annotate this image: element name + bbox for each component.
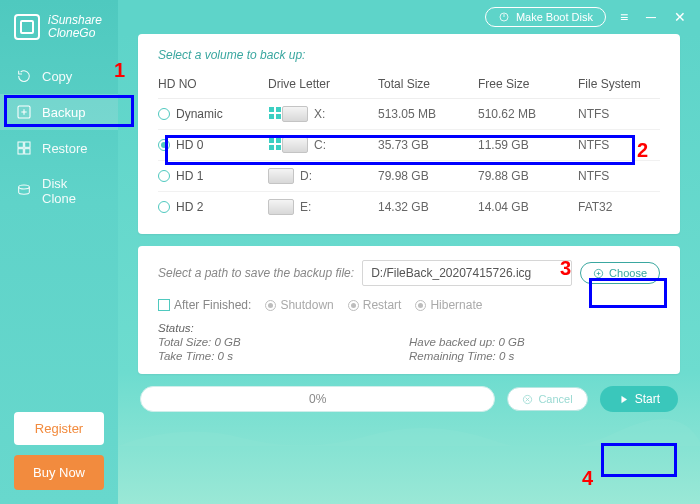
radio-icon[interactable] [158, 201, 170, 213]
col-total: Total Size [378, 77, 478, 91]
svg-rect-1 [18, 142, 23, 147]
fs: NTFS [578, 138, 660, 152]
drive-letter: E: [300, 200, 311, 214]
make-boot-label: Make Boot Disk [516, 11, 593, 23]
col-hd: HD NO [158, 77, 268, 91]
volumes-header: HD NO Drive Letter Total Size Free Size … [158, 70, 660, 99]
drive-icon [282, 106, 308, 122]
drive-icon [268, 199, 294, 215]
opt-restart[interactable]: Restart [348, 298, 402, 312]
svg-rect-4 [25, 149, 30, 154]
opt-restart-label: Restart [363, 298, 402, 312]
svg-rect-2 [25, 142, 30, 147]
volumes-table: HD NO Drive Letter Total Size Free Size … [158, 70, 660, 222]
drive-icon [282, 137, 308, 153]
play-icon [618, 394, 629, 405]
start-label: Start [635, 392, 660, 406]
choose-button[interactable]: Choose [580, 262, 660, 284]
hd-name: Dynamic [176, 107, 223, 121]
main: Make Boot Disk ≡ ─ ✕ Select a volume to … [118, 0, 700, 504]
table-row[interactable]: HD 1D:79.98 GB79.88 GBNTFS [158, 161, 660, 192]
sidebar: iSunshare CloneGo Copy Backup Restore Di… [0, 0, 118, 504]
menu-icon[interactable]: ≡ [616, 7, 632, 27]
radio-icon[interactable] [158, 170, 170, 182]
path-panel: Select a path to save the backup file: C… [138, 246, 680, 374]
sidebar-item-copy[interactable]: Copy [0, 58, 118, 94]
logo-icon [14, 14, 40, 40]
path-label: Select a path to save the backup file: [158, 266, 354, 280]
bottom-bar: 0% Cancel Start [138, 386, 680, 412]
start-button[interactable]: Start [600, 386, 678, 412]
app-name-line2: CloneGo [48, 26, 95, 40]
backup-icon [16, 104, 32, 120]
status-total: Total Size: 0 GB [158, 336, 409, 348]
radio-icon[interactable] [158, 108, 170, 120]
total-size: 35.73 GB [378, 138, 478, 152]
hd-name: HD 2 [176, 200, 203, 214]
free-size: 14.04 GB [478, 200, 578, 214]
register-button[interactable]: Register [14, 412, 104, 445]
opt-hibernate[interactable]: Hibernate [415, 298, 482, 312]
table-row[interactable]: DynamicX:513.05 MB510.62 MBNTFS [158, 99, 660, 130]
table-row[interactable]: HD 2E:14.32 GB14.04 GBFAT32 [158, 192, 660, 222]
backup-path-input[interactable] [362, 260, 572, 286]
app-name-line1: iSunshare [48, 13, 102, 27]
cancel-button[interactable]: Cancel [507, 387, 587, 411]
hd-name: HD 1 [176, 169, 203, 183]
cancel-label: Cancel [538, 393, 572, 405]
table-row[interactable]: HD 0C:35.73 GB11.59 GBNTFS [158, 130, 660, 161]
progress-bar: 0% [140, 386, 495, 412]
sidebar-item-backup[interactable]: Backup [0, 94, 118, 130]
power-icon [498, 11, 510, 23]
content: Select a volume to back up: HD NO Drive … [118, 34, 700, 504]
status-remaining: Remaining Time: 0 s [409, 350, 660, 362]
volumes-title: Select a volume to back up: [158, 48, 660, 62]
opt-shutdown[interactable]: Shutdown [265, 298, 333, 312]
col-letter: Drive Letter [268, 77, 378, 91]
path-row: Select a path to save the backup file: C… [158, 260, 660, 286]
svg-point-5 [19, 185, 30, 189]
sidebar-item-disk-clone[interactable]: Disk Clone [0, 166, 118, 216]
free-size: 11.59 GB [478, 138, 578, 152]
col-fs: File System [578, 77, 660, 91]
disk-clone-icon [16, 183, 32, 199]
nav: Copy Backup Restore Disk Clone [0, 58, 118, 216]
app-name: iSunshare CloneGo [48, 14, 102, 40]
sidebar-item-restore[interactable]: Restore [0, 130, 118, 166]
fs: NTFS [578, 107, 660, 121]
sidebar-item-label: Disk Clone [42, 176, 102, 206]
drive-icon [268, 168, 294, 184]
status-header: Status: [158, 322, 660, 334]
free-size: 510.62 MB [478, 107, 578, 121]
after-finished-row: After Finished: Shutdown Restart Hiberna… [158, 298, 660, 312]
opt-hibernate-label: Hibernate [430, 298, 482, 312]
volumes-panel: Select a volume to back up: HD NO Drive … [138, 34, 680, 234]
hd-name: HD 0 [176, 138, 203, 152]
fs: NTFS [578, 169, 660, 183]
titlebar: Make Boot Disk ≡ ─ ✕ [118, 0, 700, 34]
free-size: 79.88 GB [478, 169, 578, 183]
make-boot-disk-button[interactable]: Make Boot Disk [485, 7, 606, 27]
radio-icon[interactable] [158, 139, 170, 151]
buy-now-button[interactable]: Buy Now [14, 455, 104, 490]
close-button[interactable]: ✕ [670, 7, 690, 27]
status-backed: Have backed up: 0 GB [409, 336, 660, 348]
restore-icon [16, 140, 32, 156]
sidebar-item-label: Backup [42, 105, 85, 120]
sidebar-item-label: Copy [42, 69, 72, 84]
minimize-button[interactable]: ─ [642, 7, 660, 27]
cancel-icon [522, 394, 533, 405]
choose-label: Choose [609, 267, 647, 279]
status-take: Take Time: 0 s [158, 350, 409, 362]
svg-rect-3 [18, 149, 23, 154]
after-finished-checkbox[interactable]: After Finished: [158, 298, 251, 312]
drive-letter: X: [314, 107, 325, 121]
col-free: Free Size [478, 77, 578, 91]
copy-icon [16, 68, 32, 84]
sidebar-item-label: Restore [42, 141, 88, 156]
total-size: 79.98 GB [378, 169, 478, 183]
after-label: After Finished: [174, 298, 251, 312]
opt-shutdown-label: Shutdown [280, 298, 333, 312]
drive-letter: C: [314, 138, 326, 152]
plus-circle-icon [593, 268, 604, 279]
